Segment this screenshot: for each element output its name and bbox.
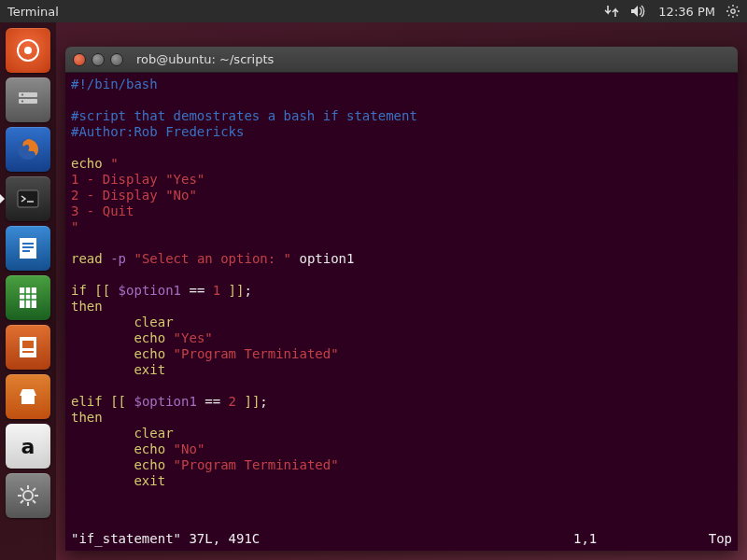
kw-clear: clear — [134, 426, 173, 441]
lit-2: 2 — [229, 394, 236, 409]
svg-point-2 — [24, 47, 32, 54]
svg-rect-8 — [18, 190, 38, 207]
eq: == — [181, 283, 213, 298]
vim-status-line: "if_statement" 37L, 491C1,1Top — [71, 531, 732, 547]
str-yes: "Yes" — [174, 330, 213, 345]
firefox-icon[interactable] — [6, 127, 50, 172]
svg-rect-10 — [22, 243, 34, 245]
svg-rect-11 — [22, 246, 34, 248]
svg-rect-13 — [20, 287, 36, 308]
gear-icon[interactable] — [726, 5, 740, 18]
var: $option1 — [134, 394, 196, 409]
minimize-icon[interactable] — [92, 53, 105, 66]
kw-then: then — [71, 410, 103, 425]
menu-line-2: 2 - Display "No" — [71, 188, 197, 203]
bracket: [[ — [94, 283, 118, 298]
menu-line-1: 1 - Display "Yes" — [71, 172, 204, 187]
libreoffice-impress-icon[interactable] — [6, 325, 50, 370]
svg-rect-15 — [22, 341, 34, 348]
indent — [71, 330, 134, 345]
read-var: option1 — [291, 251, 354, 266]
dquote: " — [71, 219, 78, 234]
terminal-window: rob@ubuntu: ~/scripts #!/bin/bash #scrip… — [65, 47, 738, 551]
code-shebang: #!/bin/bash — [71, 77, 158, 91]
svg-point-18 — [23, 491, 33, 500]
system-settings-icon[interactable] — [6, 473, 50, 518]
kw-exit: exit — [134, 473, 165, 488]
svg-rect-17 — [21, 396, 35, 404]
amazon-glyph: a — [21, 435, 35, 458]
read-prompt: "Select an option: " — [134, 251, 291, 266]
vim-scroll-indicator: Top — [685, 531, 732, 547]
kw-echo: echo — [134, 346, 165, 361]
clock[interactable]: 12:36 PM — [658, 5, 715, 19]
vim-cursor-position: 1,1 — [573, 531, 685, 547]
code-comment-desc: #script that demostrates a bash if state… — [71, 108, 417, 123]
kw-read: read — [71, 251, 103, 266]
bracket: [[ — [110, 394, 134, 409]
terminal-icon[interactable] — [6, 176, 50, 221]
network-icon[interactable] — [604, 5, 619, 18]
terminal-body[interactable]: #!/bin/bash #script that demostrates a b… — [65, 73, 738, 551]
kw-echo: echo — [134, 330, 165, 345]
kw-exit: exit — [134, 362, 165, 377]
str-terminated: "Program Terminiated" — [174, 457, 339, 472]
dquote: " — [110, 156, 118, 171]
semi: ; — [260, 394, 267, 409]
libreoffice-writer-icon[interactable] — [6, 226, 50, 271]
eq: == — [197, 394, 229, 409]
close-icon[interactable] — [73, 53, 86, 66]
str-terminated: "Program Terminiated" — [174, 346, 339, 361]
dash-icon[interactable] — [6, 28, 50, 73]
var: $option1 — [119, 283, 181, 298]
indent — [71, 346, 134, 361]
ubuntu-software-icon[interactable] — [6, 374, 50, 419]
bracket: ]] — [220, 283, 244, 298]
semi: ; — [244, 283, 251, 298]
amazon-icon[interactable]: a — [6, 424, 50, 469]
kw-elif: elif — [71, 394, 103, 409]
indent — [71, 315, 134, 329]
bracket: ]] — [236, 394, 260, 409]
libreoffice-calc-icon[interactable] — [6, 275, 50, 320]
indent — [71, 457, 134, 472]
indent — [71, 362, 134, 377]
kw-then: then — [71, 299, 103, 314]
files-icon[interactable] — [6, 77, 50, 122]
vim-fileinfo: "if_statement" 37L, 491C — [71, 531, 260, 547]
top-panel: Terminal 12:36 PM — [0, 0, 747, 22]
kw-echo: echo — [134, 441, 165, 456]
str-no: "No" — [174, 441, 205, 456]
indent — [71, 426, 134, 441]
svg-point-0 — [731, 9, 735, 13]
svg-point-5 — [21, 94, 23, 96]
indent — [71, 473, 134, 488]
kw-if: if — [71, 283, 87, 298]
window-title: rob@ubuntu: ~/scripts — [136, 52, 274, 66]
svg-rect-12 — [22, 250, 30, 252]
active-app-label: Terminal — [7, 5, 59, 19]
window-titlebar[interactable]: rob@ubuntu: ~/scripts — [65, 47, 738, 73]
lit-1: 1 — [213, 283, 220, 298]
menu-line-3: 3 - Quit — [71, 203, 134, 218]
unity-launcher: a — [0, 22, 56, 560]
maximize-icon[interactable] — [110, 53, 123, 66]
kw-echo: echo — [71, 156, 103, 171]
read-opt: -p — [110, 251, 126, 266]
volume-icon[interactable] — [630, 5, 647, 18]
code-comment-author: #Author:Rob Fredericks — [71, 124, 244, 139]
svg-point-6 — [21, 101, 23, 103]
kw-echo: echo — [134, 457, 165, 472]
indent — [71, 441, 134, 456]
svg-rect-16 — [22, 351, 34, 353]
kw-clear: clear — [134, 315, 173, 329]
